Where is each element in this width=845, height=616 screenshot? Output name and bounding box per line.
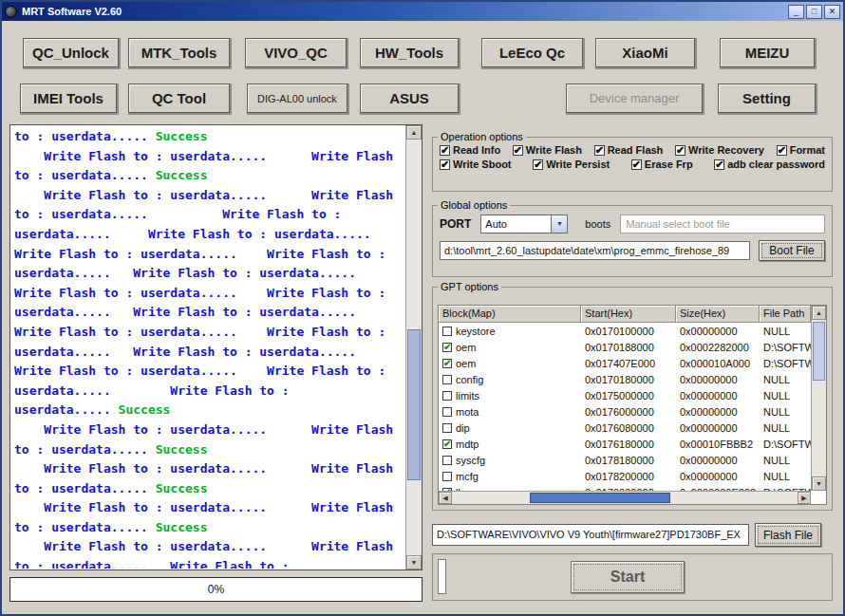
gpt-row-checkbox[interactable] (442, 407, 452, 417)
titlebar[interactable]: MRT Software V2.60 _ □ ✕ (2, 2, 843, 21)
log-line: Write Flash to : userdata..... Write Fla… (14, 186, 404, 206)
close-button[interactable]: ✕ (824, 5, 840, 19)
checkbox-icon[interactable]: ✔ (440, 159, 450, 170)
gpt-row-checkbox[interactable] (442, 375, 452, 384)
gpt-column-header-size-hex[interactable]: Size(Hex) (676, 306, 760, 323)
gpt-horizontal-scrollbar[interactable]: ◀ ▶ (439, 491, 811, 504)
gpt-row-checkbox[interactable] (442, 472, 452, 481)
gpt-row-config[interactable]: config0x01701800000x00000000NULL (439, 371, 811, 387)
scrollbar-thumb[interactable] (813, 322, 825, 381)
gpt-path-cell: NULL (760, 422, 794, 434)
log-panel[interactable]: to : userdata..... Success Write Flash t… (9, 124, 422, 570)
toolbar-button-setting[interactable]: Setting (718, 84, 816, 113)
log-text: Success (148, 481, 208, 495)
log-line: Write Flash to : userdata..... Write Fla… (14, 362, 404, 382)
maximize-button[interactable]: □ (806, 5, 822, 19)
gpt-row-checkbox[interactable] (442, 423, 452, 433)
gpt-row-mdtp[interactable]: ✔mdtp0x01761800000x00010FBBB2D:\SOFTWA (439, 436, 811, 452)
gpt-row-keystore[interactable]: keystore0x01701000000x00000000NULL (439, 323, 811, 339)
scroll-down-icon[interactable]: ▼ (812, 476, 826, 491)
firehose-path-input[interactable]: d:\tool\mrt_2.60_lastupdate\date\xm\prog… (440, 241, 750, 260)
gpt-row-checkbox[interactable] (442, 456, 452, 465)
gpt-block-cell: config (439, 374, 581, 385)
gpt-row-limits[interactable]: limits0x01750000000x00000000NULL (439, 387, 811, 403)
toolbar-button-hw-tools[interactable]: HW_Tools (360, 38, 459, 67)
gpt-vertical-scrollbar[interactable]: ▲ ▼ (811, 306, 826, 491)
checkbox-icon[interactable]: ✔ (777, 145, 787, 156)
gpt-row-checkbox[interactable]: ✔ (442, 439, 452, 449)
checkbox-icon[interactable]: ✔ (533, 159, 543, 170)
gpt-block-cell: dip (439, 422, 581, 434)
scroll-right-icon[interactable]: ▶ (798, 492, 811, 504)
toolbar-button-qc-tool[interactable]: QC Tool (128, 84, 230, 113)
checkbox-read-info[interactable]: ✔Read Info (440, 144, 500, 156)
log-text: Success (148, 442, 208, 457)
gpt-column-header-block-map[interactable]: Block(Map) (439, 306, 581, 323)
port-value: Auto (481, 215, 551, 233)
toolbar-button-mtk-tools[interactable]: MTK_Tools (128, 38, 230, 67)
checkbox-icon[interactable]: ✔ (513, 145, 523, 156)
checkbox-write-flash[interactable]: ✔Write Flash (513, 144, 582, 156)
gpt-row-mota[interactable]: mota0x01760000000x00000000NULL (439, 403, 811, 420)
scroll-down-icon[interactable]: ▼ (406, 555, 422, 569)
start-button[interactable]: Start (571, 561, 685, 593)
boot-file-button[interactable]: Boot File (759, 240, 825, 261)
flash-file-path-input[interactable]: D:\SOFTWARE\VIVO\VIVO V9 Youth\[firmware… (432, 524, 749, 546)
log-line: to : userdata..... Success (14, 479, 404, 499)
scrollbar-thumb[interactable] (407, 329, 421, 480)
checkbox-icon[interactable]: ✔ (631, 159, 642, 170)
toolbar-button-vivo-qc[interactable]: VIVO_QC (245, 38, 347, 67)
log-text: Write Flash to : userdata..... Write Fla… (14, 539, 393, 553)
checkbox-icon[interactable]: ✔ (714, 159, 724, 170)
gpt-row-checkbox[interactable]: ✔ (442, 359, 452, 368)
toolbar-button-meizu[interactable]: MEIZU (720, 38, 815, 67)
log-scrollbar[interactable]: ▲ ▼ (405, 125, 422, 569)
checkbox-read-flash[interactable]: ✔Read Flash (594, 144, 664, 156)
minimize-button[interactable]: _ (788, 5, 804, 19)
toolbar-button-leeco-qc[interactable]: LeEco Qc (481, 38, 583, 67)
gpt-row-oem[interactable]: ✔oem0x017407E0000x000010A000D:\SOFTWA (439, 355, 811, 371)
toolbar-button-dig-al00-unlock[interactable]: DIG-AL00 unlock (247, 84, 347, 113)
flash-file-button[interactable]: Flash File (755, 523, 821, 547)
boot-file-input[interactable]: Manual select boot file (620, 215, 825, 233)
checkbox-label: Write Sboot (453, 159, 512, 170)
scroll-up-icon[interactable]: ▲ (406, 125, 422, 140)
toolbar-button-device-manager[interactable]: Device manager (566, 84, 703, 113)
gpt-column-header-start-hex[interactable]: Start(Hex) (581, 306, 676, 323)
gpt-block-cell: limits (439, 390, 581, 401)
checkbox-write-persist[interactable]: ✔Write Persist (533, 159, 610, 170)
gpt-row-lksecapp[interactable]: ✔lksecapp0x01790000000x0000000E008D:\SOF… (439, 484, 811, 491)
checkbox-erase-frp[interactable]: ✔Erase Frp (631, 159, 693, 170)
toolbar-button-qc-unlock[interactable]: QC_Unlock (23, 38, 119, 67)
gpt-row-oem[interactable]: ✔oem0x01701880000x0002282000D:\SOFTWA (439, 339, 811, 355)
checkbox-icon[interactable]: ✔ (440, 145, 450, 156)
scrollbar-thumb[interactable] (530, 493, 670, 503)
gpt-start-cell: 0x0170180000 (581, 374, 676, 385)
toolbar-button-imei-tools[interactable]: IMEI Tools (20, 84, 117, 113)
log-text: Write Flash to : userdata..... Write Fla… (14, 500, 393, 514)
checkbox-write-sboot[interactable]: ✔Write Sboot (440, 159, 512, 170)
scroll-up-icon[interactable]: ▲ (812, 306, 826, 320)
port-select[interactable]: Auto ▼ (480, 215, 568, 233)
dropdown-arrow-icon[interactable]: ▼ (551, 215, 567, 233)
checkbox-write-recovery[interactable]: ✔Write Recovery (675, 144, 764, 156)
log-line: Write Flash to : userdata..... Write Fla… (14, 323, 404, 343)
checkbox-icon[interactable]: ✔ (594, 145, 605, 156)
gpt-row-checkbox[interactable] (442, 327, 452, 336)
gpt-row-dip[interactable]: dip0x01760800000x00000000NULL (439, 420, 811, 436)
gpt-row-checkbox[interactable]: ✔ (442, 343, 452, 352)
toolbar-button-asus[interactable]: ASUS (360, 84, 459, 113)
checkbox-adb-clear-password[interactable]: ✔adb clear password (714, 159, 825, 170)
toolbar-row-1: QC_UnlockMTK_ToolsVIVO_QCHW_ToolsLeEco Q… (2, 38, 843, 67)
checkbox-format[interactable]: ✔Format (777, 144, 825, 156)
gpt-row-syscfg[interactable]: syscfg0x01781800000x00000000NULL (439, 452, 811, 468)
gpt-row-checkbox[interactable] (442, 391, 452, 401)
gpt-path-cell: NULL (760, 471, 794, 482)
checkbox-label: Write Persist (546, 159, 610, 170)
gpt-row-mcfg[interactable]: mcfg0x01782000000x00000000NULL (439, 468, 811, 484)
toolbar-button-xiaomi[interactable]: XiaoMi (595, 38, 695, 67)
scroll-left-icon[interactable]: ◀ (439, 492, 452, 504)
checkbox-icon[interactable]: ✔ (675, 145, 685, 156)
log-text: to : userdata..... Write Flash to : (14, 207, 341, 221)
gpt-column-header-file-path[interactable]: File Path (760, 306, 811, 323)
